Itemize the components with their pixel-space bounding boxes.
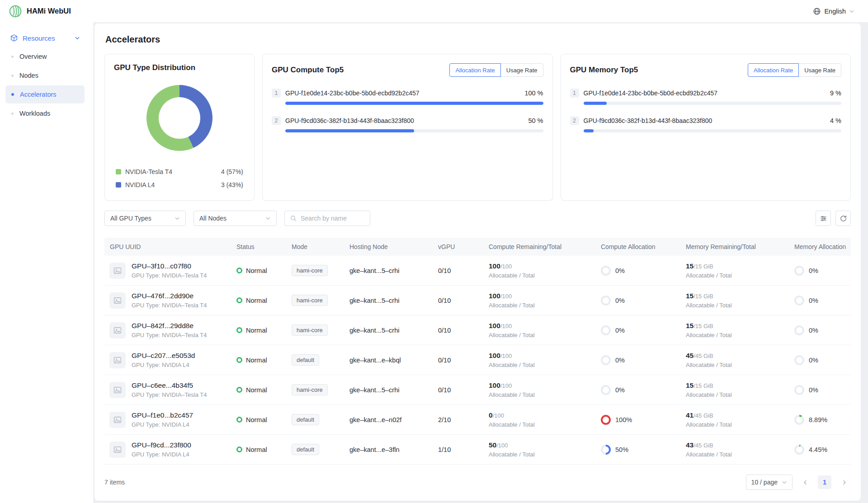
legend-label: NVIDIA L4 [125,181,155,188]
allocation-percent: 0% [809,297,818,304]
prev-page-button[interactable] [798,475,812,489]
sidebar-item-label: Workloads [19,110,50,117]
chevron-right-icon [841,479,847,485]
col-memory-allocation: Memory Allocation [794,243,851,250]
memory-remaining-cell: 15/15 GiB Allocatable / Total [686,292,794,309]
allocation-ring [794,415,804,425]
allocation-rate-tab[interactable]: Allocation Rate [449,63,500,77]
status-label: Normal [246,267,267,274]
top5-item: 1 GPU-f1e0de14-23bc-b0be-5b0d-ecbd92b2c4… [570,89,842,105]
usage-rate-tab[interactable]: Usage Rate [798,63,841,77]
allocation-percent: 0% [809,327,818,334]
column-settings-button[interactable] [816,211,831,226]
legend-item[interactable]: NVIDIA-Tesla T4 4 (57%) [116,168,243,175]
allocation-percent: 0% [615,357,625,364]
globe-icon [813,7,821,15]
compute-total: /100 [500,382,512,389]
gpu-type-label: GPU Type: NVIDIA L4 [132,451,191,458]
next-page-button[interactable] [837,475,851,489]
gpu-name: GPU-f9cd036c-382f-b13d-443f-8baac323f800 [285,117,524,124]
table-row[interactable]: GPU–842f...29dd8eGPU Type: NVIDIA–Tesla … [104,315,851,345]
sidebar-item-overview[interactable]: Overview [5,47,85,66]
allocatable-total-label: Allocatable / Total [686,272,794,279]
gpu-type-label: GPU Type: NVIDIA–Tesla T4 [132,391,207,398]
compute-total: /100 [493,412,504,419]
gpu-card-icon [109,322,126,338]
table-row[interactable]: GPU–c207...e5053dGPU Type: NVIDIA L4 Nor… [104,345,851,375]
mode-badge: hami-core [292,384,328,395]
sidebar-item-accelerators[interactable]: Accelerators [5,85,85,103]
search-input[interactable] [301,215,365,222]
page-size-select[interactable]: 10 / page [746,475,793,490]
table-row[interactable]: GPU–3f10...c07f80GPU Type: NVIDIA–Tesla … [104,256,851,286]
memory-remaining: 41 [686,411,693,419]
memory-remaining: 15 [686,322,693,329]
mode-badge: default [292,444,319,455]
gpu-uuid: GPU–3f10...c07f80 [132,262,207,270]
compute-allocation-cell: 0% [601,266,686,276]
compute-allocation-cell: 0% [601,325,686,335]
refresh-button[interactable] [835,211,851,226]
gpu-card-icon [109,352,126,368]
allocation-percent: 0% [615,327,625,334]
allocation-percent: 0% [809,357,818,364]
col-mode: Mode [292,243,349,250]
bullet-dot [11,93,14,96]
legend-item[interactable]: NVIDIA L4 3 (43%) [116,181,243,188]
node-select[interactable]: All Nodes [193,211,277,226]
language-selector[interactable]: English [813,7,854,15]
compute-remaining-cell: 0/100 Allocatable / Total [489,411,601,428]
memory-remaining-cell: 43/45 GiB Allocatable / Total [686,441,794,458]
vgpu-value: 1/10 [438,446,489,453]
hosting-node: gke–kant...5–crhi [349,297,438,304]
table-row[interactable]: GPU–f1e0...b2c457GPU Type: NVIDIA L4 Nor… [104,405,851,435]
chevron-down-icon [849,9,854,14]
page-number-1[interactable]: 1 [818,475,831,489]
progress-track [285,129,543,132]
sidebar-item-label: Overview [19,53,47,60]
mode-badge: hami-core [292,324,328,336]
allocation-ring [601,325,611,335]
allocation-percent: 100% [615,416,632,423]
gpu-type-donut-chart[interactable] [146,85,212,151]
memory-remaining-cell: 15/15 GiB Allocatable / Total [686,322,794,338]
sidebar-item-label: Accelerators [20,91,57,98]
table-row[interactable]: GPU–f9cd...23f800GPU Type: NVIDIA L4 Nor… [104,435,851,465]
gpu-card-icon [109,382,126,398]
memory-allocation-cell: 0% [794,325,851,335]
memory-remaining: 15 [686,262,693,270]
memory-remaining: 15 [686,381,693,389]
col-memory-remaining: Memory Remaining/Total [686,243,794,250]
compute-remaining: 100 [489,352,500,359]
allocation-percent: 0% [615,267,625,274]
gpu-name: GPU-f1e0de14-23bc-b0be-5b0d-ecbd92b2c457 [285,89,520,97]
allocation-percent: 0% [809,386,818,394]
memory-allocation-cell: 0% [794,296,851,306]
memory-total: /45 GiB [693,353,713,359]
vgpu-value: 0/10 [438,297,489,304]
allocatable-total-label: Allocatable / Total [686,362,794,368]
hosting-node: gke–kant...e–n02f [349,416,438,423]
top5-item: 2 GPU-f9cd036c-382f-b13d-443f-8baac323f8… [272,116,543,132]
pagination: 10 / page 1 [746,475,851,490]
table-row[interactable]: GPU–476f...2dd90eGPU Type: NVIDIA–Tesla … [104,286,851,315]
sidebar-item-nodes[interactable]: Nodes [5,66,85,85]
card-title: GPU Compute Top5 [272,66,344,75]
memory-allocation-cell: 8.89% [794,415,851,425]
allocation-rate-tab[interactable]: Allocation Rate [748,63,799,77]
table-row[interactable]: GPU–c6ee...4b34f5GPU Type: NVIDIA–Tesla … [104,375,851,405]
language-label: English [824,8,846,15]
sidebar-group-label: Resources [23,34,55,42]
compute-remaining-cell: 100/100 Allocatable / Total [489,352,601,368]
allocation-ring [601,415,611,425]
col-gpu-uuid: GPU UUID [104,243,236,250]
resources-box-icon [10,34,18,42]
legend-swatch [116,182,121,188]
percent-value: 4 % [830,117,841,124]
compute-total: /100 [500,353,512,359]
sidebar-item-workloads[interactable]: Workloads [5,104,85,122]
gpu-type-select[interactable]: All GPU Types [104,211,186,226]
gpu-uuid: GPU–842f...29dd8e [132,322,207,330]
sidebar-group-resources[interactable]: Resources [5,29,85,47]
usage-rate-tab[interactable]: Usage Rate [500,63,543,77]
